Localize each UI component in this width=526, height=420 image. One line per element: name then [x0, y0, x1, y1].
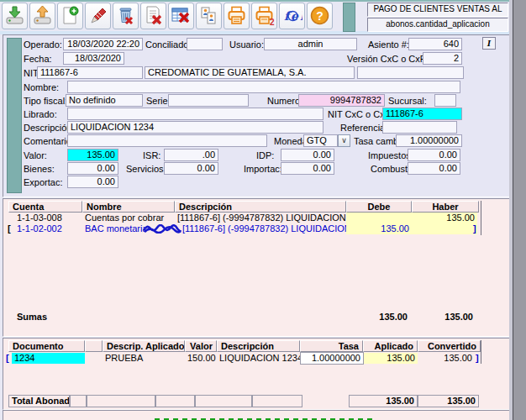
sumas-haber: 135.00: [412, 312, 476, 323]
tipo-fiscal-field[interactable]: No definido: [66, 94, 143, 107]
ledger-cell-haber[interactable]: [412, 223, 477, 234]
moneda-select[interactable]: GTQ: [303, 134, 338, 147]
sumas-debe: 135.00: [346, 312, 410, 323]
importac-field[interactable]: 0.00: [281, 162, 334, 175]
fecha-field[interactable]: 18/03/2020: [63, 52, 124, 65]
italic-info-button[interactable]: I: [482, 37, 496, 50]
copy-documents-button[interactable]: [196, 3, 222, 29]
applied-cell-valor[interactable]: 150.00: [185, 353, 217, 364]
applied-cell-aplicado[interactable]: 135.00: [364, 353, 418, 364]
impuestos-field[interactable]: 0.00: [408, 149, 460, 161]
nombre-field[interactable]: [67, 81, 460, 93]
applied-cell-descripcion[interactable]: LIQUIDACION 1234: [217, 353, 300, 364]
nit-extra-field[interactable]: [357, 66, 464, 79]
ledger-cell-cuenta[interactable]: 1-1-02-002: [14, 223, 82, 234]
conciliado-field[interactable]: [187, 38, 223, 50]
fecha-label: Fecha:: [24, 53, 52, 65]
asiento-label: Asiento #:: [368, 39, 409, 50]
delete-record-button[interactable]: [113, 3, 139, 29]
nit-name-field[interactable]: CREDOMATIC DE GUATEMALA, S.A.: [145, 66, 355, 79]
delete-grid-button[interactable]: [168, 3, 194, 29]
form-side-bar: [7, 38, 22, 193]
usuario-field[interactable]: admin: [264, 38, 357, 50]
help-button[interactable]: ?: [307, 3, 333, 29]
selection-close-bracket: ]: [476, 353, 479, 364]
total-row-cell: [70, 395, 87, 407]
edit-button[interactable]: [85, 3, 111, 29]
ledger-cell-haber[interactable]: 135.00: [412, 213, 477, 223]
idp-field[interactable]: 0.00: [281, 149, 334, 161]
fel-button[interactable]: fel: [279, 3, 305, 29]
version-field[interactable]: 2: [423, 52, 462, 65]
ledger-cell-cuenta[interactable]: 1-1-03-008: [14, 213, 82, 223]
sucursal-field[interactable]: [434, 94, 456, 107]
ledger-header-descripcion: Descripción: [175, 201, 346, 213]
ledger-header-debe: Debe: [346, 201, 412, 213]
moneda-dropdown-button[interactable]: ∨: [338, 134, 350, 147]
active-field-box: abonos.cantidad_aplicacion: [367, 18, 508, 32]
servicios-field[interactable]: 0.00: [164, 162, 218, 175]
svg-text:fel: fel: [284, 9, 302, 23]
applied-cell-documento[interactable]: 1234: [12, 353, 85, 364]
help-icon: ?: [309, 5, 330, 28]
applied-header-descrip-aplicado: Descrip. Aplicado: [103, 340, 185, 352]
save-disk-icon: [4, 5, 25, 28]
comentario-label: Comentario:: [24, 135, 74, 147]
nit-field[interactable]: 111867-6: [37, 66, 143, 79]
valor-label: Valor:: [24, 150, 47, 161]
print-button[interactable]: [224, 3, 250, 29]
total-row-cell: [87, 395, 155, 407]
trash-delete-icon: [115, 5, 136, 28]
applied-header-aplicado: Aplicado: [363, 340, 418, 352]
descripcion-field[interactable]: LIQUIDACION 1234: [67, 121, 323, 134]
toolbar-separator-block: [343, 3, 355, 32]
total-convertido: 135.00: [418, 395, 479, 407]
ledger-cell-descripcion[interactable]: [111867-6] (-9994787832) LIQUIDACION 123…: [175, 213, 346, 223]
valor-field[interactable]: 135.00: [67, 149, 118, 161]
load-button[interactable]: [29, 3, 55, 29]
new-document-button[interactable]: [57, 3, 83, 29]
total-abonado-label: Total Abonado: [8, 395, 70, 407]
ledger-cell-debe[interactable]: 135.00: [346, 223, 412, 234]
selection-open-bracket: [: [8, 223, 11, 234]
applied-cell-tasa[interactable]: 1.00000000: [300, 352, 364, 365]
comentario-field[interactable]: [67, 134, 267, 147]
ledger-cell-nombre[interactable]: BAC monetaria: [82, 223, 145, 234]
bienes-field[interactable]: 0.00: [67, 162, 118, 175]
nombre-label: Nombre:: [24, 81, 59, 93]
numero-field[interactable]: 9994787832: [298, 94, 385, 107]
tasa-cambio-field[interactable]: 1.00000000: [396, 134, 462, 147]
conciliado-label: Conciliado:: [145, 39, 191, 50]
isr-label: ISR:: [143, 150, 160, 161]
idp-label: IDP:: [256, 150, 274, 161]
exportac-label: Exportac:: [24, 176, 62, 188]
nit-cxc-field[interactable]: 111867-6: [382, 108, 462, 120]
exportac-field[interactable]: 0.00: [67, 176, 118, 188]
redacted-scribble: [143, 224, 181, 235]
importac-label: Importac:: [244, 163, 282, 175]
operado-field[interactable]: 18/03/2020 22:20: [63, 38, 143, 50]
ledger-cell-nombre[interactable]: Cuentas por cobrar: [82, 213, 175, 223]
selection-open-bracket: [: [6, 353, 9, 364]
status-strip: [3, 410, 510, 420]
combust-field[interactable]: 0.00: [408, 162, 460, 175]
save-button[interactable]: [2, 3, 28, 29]
total-row-cell: [195, 395, 252, 407]
librado-field[interactable]: [67, 108, 323, 120]
applied-cell-descrip-aplicado[interactable]: PRUEBA: [103, 353, 185, 364]
print-alt-button[interactable]: 2: [251, 3, 277, 29]
numero-label: Numero:: [267, 95, 302, 107]
serie-field[interactable]: [168, 94, 249, 107]
isr-field[interactable]: .00: [164, 149, 218, 161]
app-window: 2 fel ? PAGO DE CLIENTES VENTAS AL abono…: [0, 0, 526, 420]
applied-cell-convertido[interactable]: 135.00: [418, 353, 475, 364]
referencia-field[interactable]: [382, 121, 457, 134]
void-document-button[interactable]: [140, 3, 166, 29]
applied-header-documento: Documento: [8, 340, 85, 352]
total-row-cell: [252, 395, 302, 407]
ledger-cell-debe[interactable]: [346, 213, 412, 223]
asiento-field[interactable]: 640: [408, 38, 462, 50]
svg-text:?: ?: [316, 8, 323, 22]
version-label: Versión CxC o CxP:: [347, 53, 429, 65]
ledger-cell-descripcion[interactable]: [111867-6] (-9994787832) LIQUIDACION 123…: [180, 223, 346, 234]
